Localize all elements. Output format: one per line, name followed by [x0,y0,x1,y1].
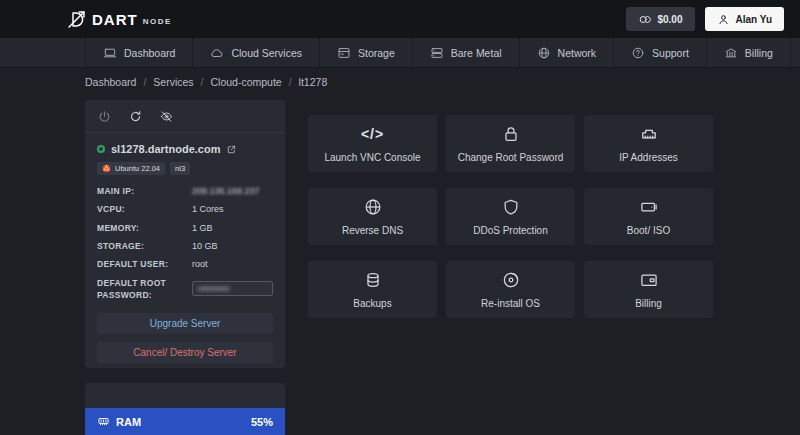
shield-icon [501,197,521,217]
laptop-icon [103,46,117,60]
ip-addresses-card[interactable]: IP Addresses [584,115,713,172]
vcpu-value: 1 Cores [192,204,224,214]
nav-label: Cloud Services [231,47,302,59]
breadcrumb-separator: / [143,76,146,88]
dart-arrow-icon [66,9,87,30]
node-badge-label: nl3 [175,164,185,173]
nav-support[interactable]: Support [614,38,707,67]
support-icon [631,46,645,60]
cloud-icon [210,46,224,60]
root-password-value: •••••••••• [198,284,230,294]
main-ip-value: 209.135.169.237 [192,186,260,196]
breadcrumb-cloud-compute[interactable]: Cloud-compute [210,76,281,88]
ram-usage-bar: RAM 55% [85,408,285,435]
network-icon [537,46,551,60]
status-online-dot [97,145,105,153]
logo[interactable]: DART NODE [66,9,172,30]
eye-off-button[interactable] [159,109,174,124]
change-root-password-card[interactable]: Change Root Password [446,115,575,172]
detail-label: DEFAULT ROOT PASSWORD: [97,277,192,302]
user-menu-button[interactable]: Alan Yu [705,7,785,31]
nav-label: Billing [745,47,773,59]
detail-row-storage: STORAGE: 10 GB [97,240,273,252]
launch-vnc-console-card[interactable]: </> Launch VNC Console [308,115,437,172]
breadcrumb-server-id[interactable]: lt1278 [299,76,328,88]
nav-billing[interactable]: Billing [707,38,791,67]
ram-percent: 55% [251,416,273,428]
nav-bare-metal[interactable]: Bare Metal [413,38,520,67]
server-icon [430,46,444,60]
detail-row-memory: MEMORY: 1 GB [97,222,273,234]
main-nav: Dashboard Cloud Services Storage [0,38,800,68]
external-link-icon[interactable] [226,144,237,155]
detail-label: MAIN IP: [97,185,192,197]
memory-icon [97,415,110,428]
detail-label: DEFAULT USER: [97,258,192,270]
ubuntu-icon [102,164,111,173]
default-user-value: root [192,259,208,269]
detail-label: STORAGE: [97,240,192,252]
hostname-row: sl1278.dartnode.com [85,133,285,155]
lock-icon [501,124,521,144]
power-button[interactable] [97,109,112,124]
header-actions: $0.00 Alan Yu [626,7,784,31]
balance-button[interactable]: $0.00 [626,7,694,31]
server-controls [85,100,285,133]
server-actions-grid: </> Launch VNC Console Change Root Passw… [308,115,713,318]
ram-label: RAM [116,416,141,428]
reinstall-os-card[interactable]: Re-install OS [446,261,575,318]
nav-network[interactable]: Network [520,38,615,67]
usage-stats-card: RAM 55% [85,383,285,435]
memory-value: 1 GB [192,223,213,233]
billing-card[interactable]: Billing [584,261,713,318]
breadcrumb-dashboard[interactable]: Dashboard [85,76,136,88]
nav-label: Bare Metal [451,47,502,59]
detail-row-root-password: DEFAULT ROOT PASSWORD: •••••••••• [97,277,273,302]
server-details: MAIN IP: 209.135.169.237 VCPU: 1 Cores M… [85,175,285,301]
user-icon [717,13,730,26]
detail-row-main-ip: MAIN IP: 209.135.169.237 [97,185,273,197]
nav-label: Network [558,47,597,59]
breadcrumb-separator: / [289,76,292,88]
breadcrumb-services[interactable]: Services [153,76,193,88]
server-info-panel: sl1278.dartnode.com [85,100,285,368]
node-badge: nl3 [170,162,190,175]
root-password-field[interactable]: •••••••••• [192,281,273,296]
upgrade-server-button[interactable]: Upgrade Server [97,313,273,334]
nav-label: Storage [358,47,395,59]
disk-icon [639,197,659,217]
backups-card[interactable]: Backups [308,261,437,318]
logo-text-main: DART [92,11,138,28]
nav-cloud-services[interactable]: Cloud Services [193,38,320,67]
storage-value: 10 GB [192,241,218,251]
breadcrumb: Dashboard / Services / Cloud-compute / l… [85,76,327,88]
boot-iso-card[interactable]: Boot/ ISO [584,188,713,245]
balance-amount: $0.00 [657,14,682,25]
storage-icon [337,46,351,60]
detail-label: VCPU: [97,203,192,215]
breadcrumb-separator: / [201,76,204,88]
reverse-dns-card[interactable]: Reverse DNS [308,188,437,245]
server-action-buttons: Upgrade Server Cancel/ Destroy Server [85,301,285,363]
bank-icon [724,46,738,60]
refresh-button[interactable] [128,109,143,124]
nav-label: Support [652,47,689,59]
nav-label: Dashboard [124,47,175,59]
detail-row-default-user: DEFAULT USER: root [97,258,273,270]
server-hostname-link[interactable]: sl1278.dartnode.com [111,143,220,155]
cancel-destroy-server-button[interactable]: Cancel/ Destroy Server [97,342,273,363]
detail-label: MEMORY: [97,222,192,234]
os-badge: Ubuntu 22.04 [97,162,165,175]
globe-icon [363,197,383,217]
nav-dashboard[interactable]: Dashboard [85,38,193,67]
usage-card-header [85,383,285,408]
database-icon [363,270,383,290]
server-badges: Ubuntu 22.04 nl3 [85,155,285,175]
app: DART NODE $0.00 Alan Yu [0,0,800,435]
nav-storage[interactable]: Storage [320,38,413,67]
os-badge-label: Ubuntu 22.04 [115,164,160,173]
logo-text-sub: NODE [143,17,172,26]
ddos-protection-card[interactable]: DDoS Protection [446,188,575,245]
top-bar: DART NODE $0.00 Alan Yu [0,0,800,38]
coins-icon [638,13,651,26]
